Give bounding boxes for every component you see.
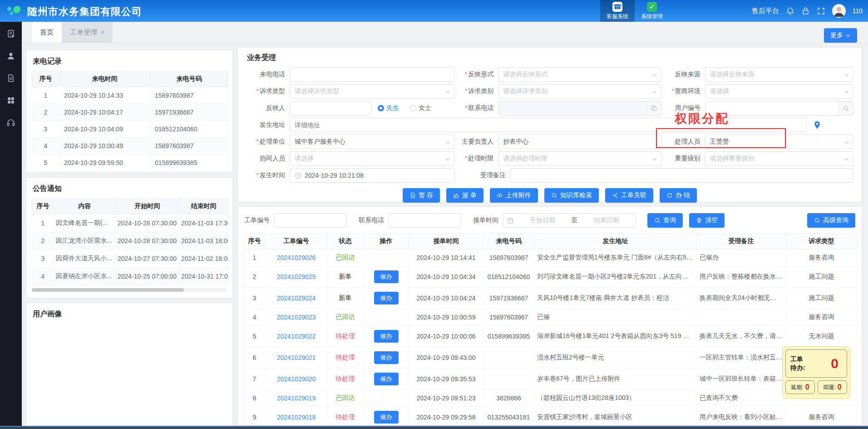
status-badge: 新单 xyxy=(339,294,352,301)
aftersales-platform-link[interactable]: 售后平台 xyxy=(752,7,779,15)
appeal-category-label: *诉求类别 xyxy=(454,87,498,95)
module-system-management[interactable]: ✓ 系统管理 xyxy=(635,0,669,22)
fullscreen-icon[interactable] xyxy=(817,7,825,15)
business-env-label: *营商环境 xyxy=(661,87,705,95)
co-worker-select[interactable]: 请选择 xyxy=(290,151,454,166)
order-number-link[interactable]: 20241029022 xyxy=(277,333,316,340)
order-number-link[interactable]: 20241029021 xyxy=(277,354,316,361)
importance-select[interactable]: 请选择重要级别 xyxy=(705,151,853,166)
call-record-row[interactable]: 2 2024-10-29 10:04:17 15971936687 xyxy=(32,104,228,121)
avatar[interactable] xyxy=(832,4,846,18)
more-button[interactable]: 更多 xyxy=(824,28,857,43)
order-number-link[interactable]: 20241029023 xyxy=(277,314,316,321)
business-env-select[interactable]: 请选择 xyxy=(705,84,853,99)
handler-select[interactable]: 王赟赟 xyxy=(705,135,853,149)
occur-time-label: *发生时间 xyxy=(246,171,290,180)
close-icon[interactable]: × xyxy=(101,29,104,36)
status-badge: 已回访 xyxy=(336,313,355,320)
knowledge-search-icon xyxy=(551,192,557,199)
location-pin-icon[interactable] xyxy=(813,120,822,130)
knowledge-search-button[interactable]: 知识库检索 xyxy=(544,188,599,203)
chevron-down-icon xyxy=(651,89,658,95)
announcement-row[interactable]: 3 因舜井大道天风小... 2024-10-27 07:30:00 2024-1… xyxy=(32,250,228,268)
occur-time-picker[interactable]: 2024-10-29 10:21:08 xyxy=(290,168,455,183)
todo-float-box[interactable]: 工单待办: 0 延期: 0 回退: 0 xyxy=(782,346,850,399)
order-number-link[interactable]: 20241029025 xyxy=(277,273,316,280)
finish-button[interactable]: 办 结 xyxy=(660,188,697,203)
reflect-source-select[interactable]: 请选择反映来源 xyxy=(705,67,853,82)
handle-limit-select[interactable]: 请选择处理时限 xyxy=(498,151,661,166)
copy-icon[interactable] xyxy=(646,101,661,115)
apps-icon[interactable] xyxy=(6,96,15,105)
upload-icon xyxy=(497,192,503,199)
agent-number: 110 xyxy=(853,7,863,15)
remark-input[interactable] xyxy=(510,168,853,183)
column-header: 操作 xyxy=(364,234,409,249)
orders-panel: 工单编号 联系电话 接单时间 开始日期 至 结束日期 查询 清空 高级查询 序号… xyxy=(237,206,862,425)
dispatch-button[interactable]: 派 单 xyxy=(446,188,483,203)
todo-delay[interactable]: 延期: 0 xyxy=(785,380,815,394)
todo-pending[interactable]: 工单待办: 0 xyxy=(785,349,847,378)
report-icon[interactable] xyxy=(6,29,15,38)
order-link-button[interactable]: 工单关联 xyxy=(605,188,653,203)
lock-icon[interactable] xyxy=(801,7,810,15)
column-header: 接单时间 xyxy=(409,234,483,249)
order-number-link[interactable]: 20241029020 xyxy=(277,375,316,383)
advanced-search-button[interactable]: 高级查询 xyxy=(807,213,855,228)
contact-phone-input[interactable] xyxy=(498,101,661,115)
module-customer-service[interactable]: ☎ 客服系统 xyxy=(600,0,635,22)
horizontal-scrollbar[interactable] xyxy=(32,288,227,292)
todo-rollback[interactable]: 回退: 0 xyxy=(818,380,847,394)
appeal-type-select[interactable]: 请选择诉求类型 xyxy=(290,84,454,99)
order-number-link[interactable]: 20241029026 xyxy=(277,254,316,261)
date-range-picker[interactable]: 开始日期 至 结束日期 xyxy=(503,213,636,228)
reporter-input[interactable] xyxy=(290,101,371,115)
document-icon[interactable] xyxy=(6,74,15,83)
call-record-row[interactable]: 5 2024-10-29 09:59:50 015899639385 xyxy=(32,155,228,171)
call-record-row[interactable]: 4 2024-10-29 10:00:49 15897603987 xyxy=(32,138,228,155)
clear-button[interactable]: 清空 xyxy=(689,213,725,228)
announcement-row[interactable]: 1 因文峰名居一期(... 2024-10-28 07:30:00 2024-1… xyxy=(32,214,228,232)
caller-phone-input[interactable] xyxy=(290,67,454,82)
order-number-link[interactable]: 20241029019 xyxy=(277,394,316,402)
search-button[interactable]: 查询 xyxy=(647,213,683,228)
column-header: 序号 xyxy=(32,199,54,214)
order-no-input[interactable] xyxy=(274,213,347,228)
phone-input[interactable] xyxy=(389,213,461,228)
call-records-title: 来电记录 xyxy=(33,57,226,66)
headset-icon[interactable] xyxy=(6,118,15,127)
radio-male[interactable]: 先生 xyxy=(378,104,399,112)
call-record-row[interactable]: 1 2024-10-29 10:14:33 15897603987 xyxy=(32,87,228,104)
order-number-link[interactable]: 20241029018 xyxy=(277,414,316,421)
tab-home[interactable]: 首页 xyxy=(32,22,62,43)
urge-button[interactable]: 催办 xyxy=(374,292,399,304)
reflect-form-select[interactable]: 请选择反映形式 xyxy=(498,67,661,82)
user-icon[interactable] xyxy=(6,51,15,60)
urge-button[interactable]: 催办 xyxy=(374,351,399,364)
urge-button[interactable]: 催办 xyxy=(374,330,399,343)
urge-button[interactable]: 催办 xyxy=(374,270,399,283)
bell-icon[interactable] xyxy=(786,7,794,15)
customer-service-icon: ☎ xyxy=(612,2,622,12)
search-icon xyxy=(814,217,820,224)
handle-unit-label: *处理单位 xyxy=(246,138,290,146)
announcement-row[interactable]: 4 因赛纳左岸小区水... 2024-10-25 07:00:00 2024-1… xyxy=(32,268,228,285)
save-draft-button[interactable]: 暂 存 xyxy=(403,188,440,203)
handle-unit-select[interactable]: 城中客户服务中心 xyxy=(290,135,454,149)
announcements-panel: 公告通知 序号内容开始时间结束时间 1 因文峰名居一期(... 2024-10-… xyxy=(26,177,233,298)
main-principal-input[interactable]: 抄表中心 xyxy=(498,135,661,149)
urge-button[interactable]: 催办 xyxy=(374,373,399,385)
appeal-category-select[interactable]: 请选择诉求类别 xyxy=(498,84,661,99)
call-record-row[interactable]: 3 2024-10-29 10:04:09 018512104060 xyxy=(32,121,228,138)
radio-female[interactable]: 女士 xyxy=(410,104,431,112)
search-icon xyxy=(654,217,661,224)
intake-title: 业务受理 xyxy=(247,53,853,63)
status-badge: 待处理 xyxy=(336,413,355,420)
announcement-row[interactable]: 2 因汇龙湾小区需水... 2024-10-28 07:30:00 2024-1… xyxy=(32,232,228,250)
column-header: 来电时间 xyxy=(59,71,150,87)
urge-button[interactable]: 催办 xyxy=(374,411,399,424)
order-number-link[interactable]: 20241029024 xyxy=(277,294,316,302)
tab-work-order[interactable]: 工单受理 × xyxy=(62,22,113,43)
upload-attachment-button[interactable]: 上传附件 xyxy=(490,188,538,203)
search-icon[interactable] xyxy=(838,101,853,115)
